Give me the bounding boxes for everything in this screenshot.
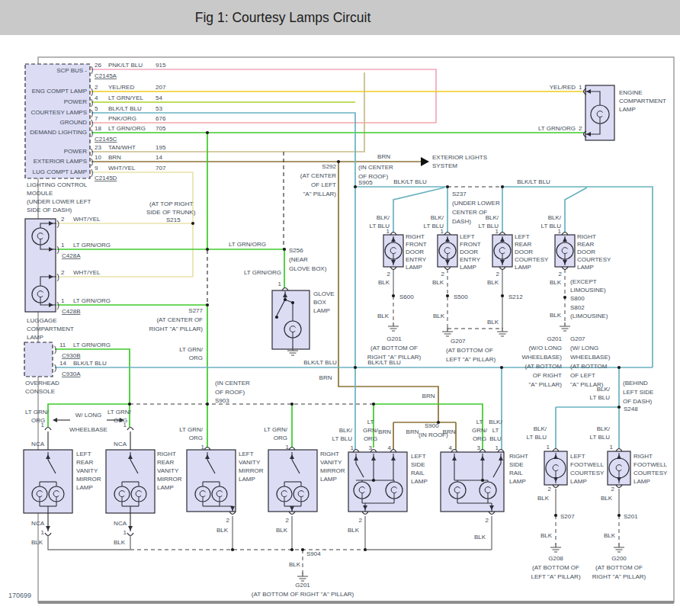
diagram-label: MIRROR — [76, 476, 101, 483]
diagram-label: COMPARTMENT — [619, 98, 666, 104]
diagram-label: LT GRN/ORG — [73, 242, 111, 249]
diagram-label: GRN/ — [472, 427, 488, 434]
diagram-label: BLK/ — [339, 427, 353, 434]
diagram-label: BLK — [550, 279, 562, 286]
diagram-label: LT GRN/ — [107, 409, 132, 415]
diagram-label: BLK — [276, 527, 288, 534]
diagram-label: S900 — [425, 422, 439, 429]
diagram-label: LT GRN/ORG — [73, 297, 111, 304]
diagram-label: ENTRY — [406, 256, 427, 263]
diagram-label: BLK — [487, 279, 499, 286]
diagram-label: 915 — [156, 62, 166, 69]
diagram-label: 1 — [547, 444, 550, 451]
diagram-label: 1 — [61, 242, 65, 249]
diagram-label: OF LEFT — [311, 181, 336, 188]
diagram-label: REAR — [157, 459, 174, 466]
diagram-label: OF DASH) — [623, 398, 653, 405]
diagram-label: NCA — [114, 520, 127, 527]
diagram-label: LAMP — [460, 264, 476, 271]
diagram-label: BLK/LT BLU — [303, 359, 337, 366]
diagram-label: 1 — [496, 444, 499, 451]
diagram-label: (AT BOTTOM — [570, 363, 608, 370]
diagram-label: ORG — [189, 435, 203, 441]
diagram-label: LAMP — [509, 478, 526, 485]
pin-connector: ) — [91, 88, 93, 96]
arrow-icon — [46, 526, 50, 531]
diagram-label: BLK — [377, 313, 390, 319]
pin-connector — [127, 533, 133, 536]
diagram-label: 1 — [201, 444, 205, 451]
diagram-label: C2145C — [95, 136, 117, 143]
junction-dot — [301, 548, 304, 551]
junction-dot — [500, 366, 503, 369]
junction-dot — [481, 479, 484, 482]
diagram-label: REAR — [577, 241, 594, 248]
diagram-label: LAMP — [76, 484, 93, 491]
pin-connector: ) — [91, 129, 93, 137]
diagram-label: YEL/RED — [550, 84, 576, 91]
diagram-label: BLK — [604, 532, 616, 539]
diagram-label: S800 — [570, 295, 585, 302]
diagram-label: 26 — [95, 62, 101, 69]
junction-dot — [354, 185, 357, 188]
diagram-label: 1 — [441, 228, 444, 235]
diagram-label: BLK/ — [489, 419, 502, 425]
diagram-label: LT GRN/ORG — [73, 342, 111, 348]
diagram-label: 7 — [95, 115, 98, 122]
diagram-label: C930A — [62, 371, 81, 377]
diagram-label: ORG — [473, 435, 486, 442]
diagram-label: LAMP — [157, 484, 174, 491]
component-box — [268, 450, 317, 512]
diagram-label: 1 — [123, 529, 127, 536]
diagram-label: LIMOUSINE) — [570, 287, 606, 294]
diagram-label: LT GRN/ — [179, 426, 204, 433]
diagram-label: NCA — [31, 520, 45, 527]
diagram-label: 14 — [59, 360, 66, 367]
diagram-label: LEFT — [76, 451, 91, 457]
diagram-label: G200 — [611, 555, 627, 562]
diagram-label: 3 — [477, 444, 481, 451]
diagram-label: (AT TOP RIGHT — [149, 201, 194, 207]
diagram-label: 18 — [95, 125, 101, 132]
diagram-label: SIDE — [411, 461, 425, 468]
diagram-label: OF RIGHT — [533, 372, 562, 379]
diagram-label: EXTERIOR LIGHTS — [432, 154, 487, 161]
diagram-label: GRN/ — [363, 427, 379, 434]
diagram-label: WHEELBASE — [69, 426, 107, 433]
diagram-label: 54 — [156, 95, 162, 101]
wire — [565, 188, 587, 233]
diagram-label: OF ROOF) — [215, 389, 245, 396]
junction-dot — [191, 222, 194, 225]
diagram-label: LEFT — [570, 453, 585, 460]
ground-icon — [388, 322, 399, 331]
diagram-label: BLK/ — [486, 214, 499, 221]
junction-dot — [291, 301, 294, 304]
diagram-label: S256 — [289, 247, 303, 254]
system-arrow-icon — [421, 157, 429, 166]
diagram-label: DOOR — [406, 249, 424, 255]
diagram-label: BRN — [319, 374, 332, 381]
diagram-label: LAMP — [570, 478, 587, 485]
diagram-label: PNK/ORG — [108, 115, 136, 122]
ground-icon — [297, 573, 308, 581]
diagram-label: BLK — [487, 319, 499, 326]
junction-dot — [283, 248, 286, 251]
diagram-label: 207 — [156, 84, 166, 91]
diagram-label: GLOVE — [313, 290, 335, 297]
diagram-label: 2 — [496, 271, 500, 278]
diagram-label: LEFT — [239, 451, 254, 457]
diagram-label: 2 — [286, 517, 290, 524]
diagram-label: 4 — [449, 444, 453, 451]
diagram-label: SIDE OF TRUNK) — [146, 209, 196, 216]
diagram-label: FRONT — [406, 241, 427, 248]
diagram-label: 1 — [496, 228, 499, 235]
diagram-label: LAMP — [239, 476, 255, 483]
junction-dot — [206, 403, 209, 406]
diagram-label: 23 — [95, 144, 101, 151]
diagram-label: REAR — [76, 459, 93, 466]
diagram-label: BLK/LT BLU — [108, 105, 142, 112]
diagram-label: DASH) — [452, 218, 471, 225]
diagram-label: NCA — [31, 441, 45, 448]
diagram-label: C428A — [62, 252, 81, 259]
diagram-label: 1 — [278, 281, 282, 287]
